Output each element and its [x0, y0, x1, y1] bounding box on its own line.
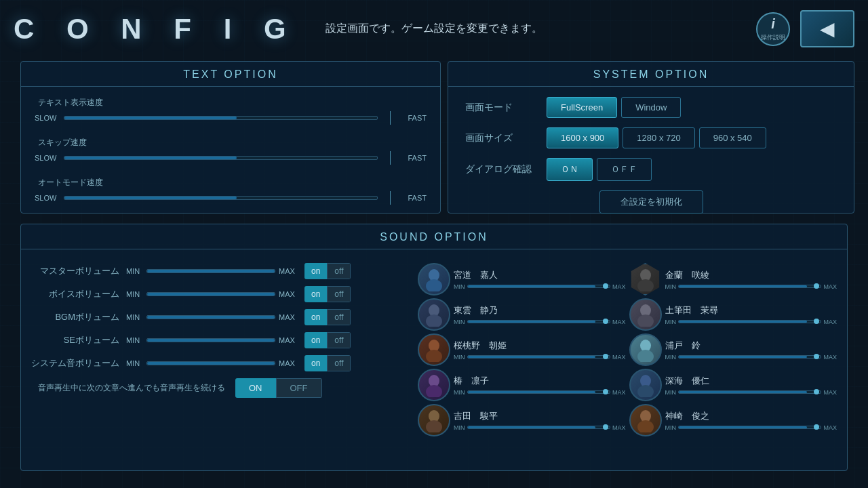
bgm-volume-label: BGMボリューム [31, 311, 119, 323]
char-kanzaki-min: MIN [665, 424, 677, 431]
size-1280-btn[interactable]: 868 x 488 [623, 127, 694, 148]
dialog-off-btn[interactable]: ＯＦＦ [597, 158, 652, 181]
audio-continue-onoff: ON OFF [235, 378, 322, 398]
se-fill [147, 339, 275, 342]
se-off-btn[interactable]: off [327, 332, 351, 348]
char-sakuramomo-min: MIN [454, 354, 465, 361]
char-tsubaki-track[interactable] [467, 390, 610, 394]
header-controls: i 操作説明 ◀ [756, 10, 854, 47]
char-urado-fill [679, 356, 807, 358]
char-shinonome-min: MIN [454, 319, 465, 325]
voice-fill [147, 293, 275, 296]
voice-off-btn[interactable]: off [327, 286, 351, 302]
sys-min: MIN [126, 359, 146, 367]
fullscreen-btn[interactable]: FullScreen [547, 97, 617, 118]
char-urado-name: 浦戸 鈴 [665, 340, 837, 352]
master-track[interactable] [146, 269, 275, 273]
char-sakuramomo-knob [603, 354, 608, 359]
screen-mode-label: 画面モード [465, 102, 547, 114]
char-fukami-info: 深海 優仁 MIN MAX [665, 375, 837, 396]
char-kinran-track[interactable] [678, 285, 821, 288]
char-miyamichi-track[interactable] [467, 285, 610, 288]
voice-on-btn[interactable]: on [304, 286, 327, 302]
dialog-confirm-label: ダイアログ確認 [465, 163, 547, 176]
dialog-on-btn[interactable]: ＯＮ [547, 158, 593, 181]
char-shinonome-fill [468, 321, 596, 323]
char-tsubaki-row: 椿 凛子 MIN MAX [418, 369, 626, 401]
voice-track[interactable] [146, 292, 275, 296]
system-option-title: SYSTEM OPTION [448, 62, 854, 87]
bgm-off-btn[interactable]: off [327, 309, 351, 325]
skip-speed-fill [64, 157, 237, 159]
char-tofude-track[interactable] [678, 320, 821, 323]
text-speed-track[interactable] [64, 116, 378, 120]
char-tofude-info: 土筆田 茉尋 MIN MAX [665, 304, 837, 325]
audio-continue-on-btn[interactable]: ON [235, 378, 276, 398]
window-btn[interactable]: Window [621, 97, 681, 118]
char-kanzaki-info: 神崎 俊之 MIN MAX [665, 410, 837, 431]
sys-on-btn[interactable]: on [304, 355, 327, 371]
char-tsubaki-knob [603, 389, 608, 394]
char-tofude-min: MIN [665, 319, 677, 325]
back-button[interactable]: ◀ [800, 10, 854, 47]
svg-point-19 [637, 420, 654, 432]
bgm-on-btn[interactable]: on [304, 309, 327, 325]
auto-speed-row: オートモード速度 SLOW FAST [21, 177, 440, 205]
size-1600-btn[interactable]: 1600 x 900 [547, 127, 618, 148]
reset-all-btn[interactable]: 全設定を初期化 [599, 190, 703, 214]
se-onoff: on off [304, 332, 351, 348]
se-track[interactable] [146, 338, 275, 342]
audio-continue-off-btn[interactable]: OFF [276, 378, 322, 398]
char-tsubaki-max: MAX [612, 389, 626, 396]
sys-off-btn[interactable]: off [327, 355, 351, 371]
master-min: MIN [126, 267, 146, 275]
size-960-btn[interactable]: 960 x 540 [699, 127, 766, 148]
char-kinran-max: MAX [823, 283, 837, 290]
auto-speed-track[interactable] [64, 196, 378, 200]
auto-speed-label: オートモード速度 [38, 177, 427, 188]
se-max: MAX [279, 336, 299, 344]
sys-volume-row: システム音ボリューム MIN MAX on off [31, 355, 411, 371]
char-shinonome-track[interactable] [467, 320, 610, 323]
se-volume-row: SEボリューム MIN MAX on off [31, 332, 411, 348]
svg-point-1 [426, 279, 442, 291]
char-column-left: 宮道 嘉人 MIN MAX [418, 263, 626, 436]
master-on-btn[interactable]: on [304, 263, 327, 279]
skip-speed-track-row: SLOW FAST [35, 151, 427, 165]
text-speed-slow: SLOW [35, 114, 58, 122]
char-shinonome-row: 東雲 静乃 MIN MAX [418, 298, 626, 331]
se-on-btn[interactable]: on [304, 332, 327, 348]
sound-option-panel: SOUND OPTION マスターボリューム MIN MAX on off [20, 224, 848, 471]
info-button[interactable]: i 操作説明 [756, 12, 790, 46]
char-tofude-knob [814, 319, 819, 324]
char-kanzaki-track[interactable] [678, 426, 821, 429]
char-urado-min: MIN [665, 354, 677, 361]
voice-max: MAX [279, 290, 299, 298]
char-kanzaki-fill [679, 426, 807, 428]
page-title: C O N F I G [14, 13, 298, 45]
char-miyamichi-slider-row: MIN MAX [454, 283, 626, 290]
char-miyamichi-info: 宮道 嘉人 MIN MAX [454, 269, 626, 290]
char-sakuramomo-fill [468, 356, 596, 358]
dialog-confirm-row: ダイアログ確認 ＯＮ ＯＦＦ [448, 158, 854, 181]
char-fukami-track[interactable] [678, 390, 821, 394]
char-kinran-fill [679, 285, 807, 287]
char-tsubaki-slider-row: MIN MAX [454, 389, 626, 396]
char-tsubaki-min: MIN [454, 389, 465, 396]
char-tsubaki-avatar [418, 369, 450, 401]
svg-point-15 [637, 350, 654, 362]
char-shinonome-max: MAX [612, 319, 626, 325]
auto-speed-fill [64, 197, 237, 199]
char-miyamichi-knob [603, 283, 608, 289]
char-kinran-min: MIN [665, 283, 677, 290]
char-fukami-row: 深海 優仁 MIN MAX [629, 369, 837, 401]
char-yoshida-track[interactable] [467, 426, 610, 429]
char-urado-track[interactable] [678, 355, 821, 359]
text-speed-divider [390, 111, 391, 125]
char-sakuramomo-track[interactable] [467, 355, 610, 359]
master-off-btn[interactable]: off [327, 263, 351, 279]
bgm-track[interactable] [146, 315, 275, 319]
sys-track[interactable] [146, 361, 275, 365]
auto-speed-slow: SLOW [35, 194, 58, 202]
skip-speed-track[interactable] [64, 156, 378, 160]
